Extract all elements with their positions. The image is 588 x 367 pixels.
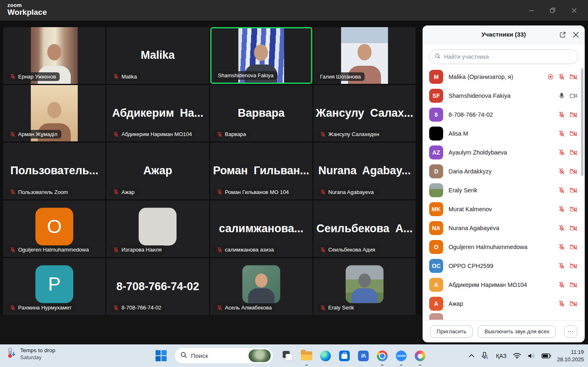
- video-tile[interactable]: Жансулу Салах...Жансулу Салахеден: [314, 85, 416, 142]
- search-input[interactable]: [444, 53, 573, 60]
- muted-mic-icon: [558, 300, 565, 307]
- tile-name-label: Абдикерим Нариман МО104: [109, 130, 195, 138]
- participant-row[interactable]: AZ Ayaulym Zholdybaeva: [423, 143, 585, 162]
- participant-name: Daria Ardakkyzy: [449, 168, 553, 175]
- wifi-icon[interactable]: [513, 353, 521, 359]
- participant-row-partial[interactable]: [423, 313, 585, 320]
- tile-name-text: 8-708-766-74-02: [121, 305, 161, 311]
- weather-widget[interactable]: Temps to drop Saturday: [6, 347, 56, 360]
- taskbar-search[interactable]: Поиск: [174, 348, 273, 364]
- popout-icon[interactable]: [558, 30, 567, 39]
- muted-mic-icon: [558, 225, 565, 231]
- video-tile[interactable]: Eraly Serik: [314, 258, 416, 315]
- start-button[interactable]: [156, 350, 167, 361]
- tile-name-text: Асель Алмабекова: [225, 305, 272, 311]
- participant-avatar: D: [429, 164, 443, 178]
- tile-name-text: Галия Шотанова: [320, 74, 361, 80]
- participant-row[interactable]: O Oguljeren Halmuhammedowa: [423, 238, 585, 256]
- video-tile[interactable]: салимжанова...салимжанова азиза: [210, 201, 312, 257]
- language-indicator[interactable]: ҚАЗ: [496, 353, 507, 359]
- taskbar-app-chrome[interactable]: [373, 344, 392, 367]
- muted-mic-icon: [217, 132, 223, 137]
- participant-row[interactable]: Alisa M: [423, 124, 585, 143]
- thermometer-icon: [6, 347, 16, 360]
- tile-name-label: салимжанова азиза: [213, 245, 278, 254]
- clock[interactable]: 11:19 28.10.2025: [557, 349, 584, 363]
- volume-icon[interactable]: [528, 353, 535, 359]
- video-tile[interactable]: Сеильбекова А...Сеильбекова Адия: [314, 201, 416, 257]
- participant-row[interactable]: M Malika (Организатор, я): [423, 67, 585, 86]
- muted-mic-icon: [558, 244, 565, 250]
- participant-avatar: 8: [429, 108, 443, 122]
- minimize-button[interactable]: [521, 0, 542, 21]
- participant-row[interactable]: D Daria Ardakkyzy: [423, 162, 585, 181]
- participant-row[interactable]: A Абдикерим Нариман МО104: [423, 275, 585, 294]
- participants-panel: Участники (33) M Malika (Организатор,: [423, 25, 585, 342]
- video-tile[interactable]: Галия Шотанова: [314, 27, 416, 84]
- video-tile[interactable]: PРахмина Нурмухамет: [3, 258, 105, 315]
- muted-mic-icon: [558, 206, 565, 212]
- participant-avatar: O: [429, 240, 443, 254]
- video-tile[interactable]: Асель Алмабекова: [210, 258, 312, 315]
- video-tile[interactable]: ВарвараВарвара: [210, 85, 312, 142]
- video-tile[interactable]: АжарАжар: [107, 143, 209, 199]
- camera-off-icon: [569, 244, 577, 250]
- list-scrollbar[interactable]: [581, 68, 583, 176]
- running-indicator: [381, 365, 383, 366]
- taskbar-apps: /Λzoom: [278, 344, 430, 367]
- mute-all-button[interactable]: Выключить звук для всех: [478, 325, 556, 338]
- tile-name-label: Рахмина Нурмухамет: [6, 303, 75, 312]
- participant-avatar: MK: [429, 202, 443, 216]
- running-indicator: [305, 365, 308, 366]
- tile-name-label: 8-708-766-74-02: [109, 303, 165, 312]
- search-icon: [435, 53, 441, 61]
- microphone-in-use-icon[interactable]: [481, 352, 490, 360]
- taskbar-app-task-view[interactable]: [278, 344, 297, 367]
- participant-status-icons: [558, 244, 577, 250]
- microsoft-store-icon: [339, 351, 350, 361]
- video-tile[interactable]: OOguljeren Halmuhammedowa: [3, 201, 105, 257]
- video-tile[interactable]: Арман Жұмаділ: [3, 85, 105, 142]
- battery-icon[interactable]: [542, 353, 551, 358]
- participant-row[interactable]: A Ажар: [423, 294, 585, 313]
- close-window-button[interactable]: [563, 0, 585, 21]
- video-tile[interactable]: Абдикерим На...Абдикерим Нариман МО104: [107, 85, 209, 142]
- avatar: P: [35, 265, 73, 303]
- video-tile[interactable]: Пользователь...Пользователь Zoom: [3, 143, 105, 199]
- participant-row[interactable]: SF Shamshidenova Fakiya: [423, 86, 585, 105]
- invite-button[interactable]: Пригласить: [430, 325, 473, 338]
- taskbar-app-file-explorer[interactable]: [297, 344, 316, 367]
- participant-row[interactable]: Eraly Serik: [423, 181, 585, 200]
- hidden-icons-chevron-icon[interactable]: [469, 354, 474, 358]
- close-icon[interactable]: [572, 30, 580, 39]
- edge-icon: [320, 351, 331, 361]
- video-tile[interactable]: Ернар Ужкенов: [3, 27, 105, 84]
- muted-mic-icon: [558, 74, 565, 80]
- weather-sub: Saturday: [20, 354, 56, 360]
- taskbar-app-zoom[interactable]: zoom: [392, 344, 411, 367]
- participant-row[interactable]: NA Nurana Agabayeva: [423, 219, 585, 238]
- tile-name-label: Варвара: [213, 130, 250, 138]
- participant-row[interactable]: MK Murat Kalmenov: [423, 200, 585, 219]
- muted-mic-icon: [558, 187, 565, 194]
- participant-row[interactable]: OC OPPO CPH2599: [423, 256, 585, 275]
- video-tile[interactable]: Shamshidenova Fakiya: [210, 27, 312, 84]
- taskbar-app-microsoft-store[interactable]: [335, 344, 354, 367]
- video-tile[interactable]: Роман Гильван...Роман Гильванов МО 104: [210, 143, 312, 199]
- taskbar-app-paint[interactable]: [411, 344, 430, 367]
- participant-row[interactable]: 8 8-708-766-74-02: [423, 105, 585, 124]
- more-options-button[interactable]: ⋯: [564, 325, 577, 338]
- video-tile[interactable]: Nurana Agabay...Nurana Agabayeva: [314, 143, 416, 199]
- video-tile[interactable]: MalikaMalika: [107, 27, 209, 84]
- video-tile[interactable]: Изгарова Наиля: [107, 201, 209, 257]
- window-controls: [521, 0, 585, 21]
- taskbar-app-blue-a-app[interactable]: /Λ: [354, 344, 373, 367]
- taskbar-app-edge[interactable]: [316, 344, 335, 367]
- search-highlight-image[interactable]: [249, 349, 271, 362]
- tray-date: 28.10.2025: [557, 356, 584, 363]
- video-tile[interactable]: 8-708-766-74-028-708-766-74-02: [107, 258, 209, 315]
- participant-search[interactable]: [429, 49, 578, 64]
- muted-mic-icon: [113, 247, 119, 253]
- restore-button[interactable]: [542, 0, 563, 21]
- participant-status-icons: [558, 263, 577, 269]
